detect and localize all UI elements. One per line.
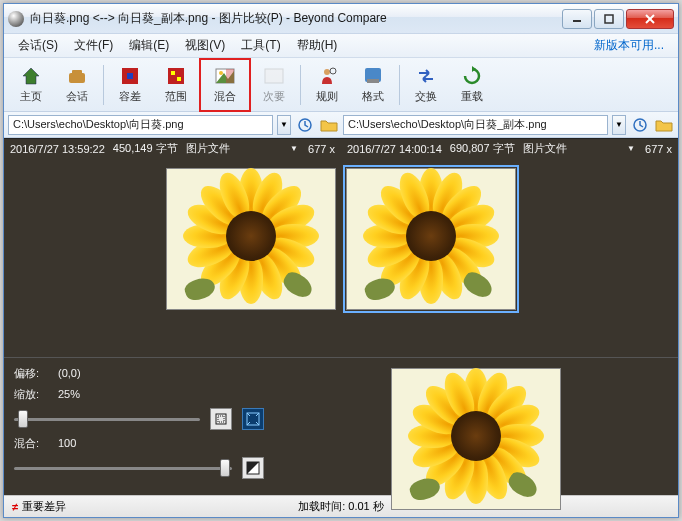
menu-help[interactable]: 帮助(H)	[289, 35, 346, 56]
home-label: 主页	[20, 89, 42, 104]
left-time: 2016/7/27 13:59:22	[10, 143, 105, 155]
invert-button[interactable]	[242, 457, 264, 479]
right-recent-icon[interactable]	[630, 115, 650, 135]
blend-ctrl-label: 混合:	[14, 436, 48, 451]
rules-button[interactable]: 规则	[304, 61, 350, 109]
left-dim: 677 x	[308, 143, 335, 155]
offset-value: (0,0)	[58, 367, 81, 379]
tolerance-button[interactable]: 容差	[107, 61, 153, 109]
diff-icon: ≠	[12, 501, 18, 513]
blend-ctrl-value: 100	[58, 437, 76, 449]
menubar: 会话(S) 文件(F) 编辑(E) 视图(V) 工具(T) 帮助(H) 新版本可…	[4, 34, 678, 58]
fit-button[interactable]	[210, 408, 232, 430]
rules-label: 规则	[316, 89, 338, 104]
svg-rect-8	[127, 73, 133, 79]
unchanged-button[interactable]: 次要	[251, 61, 297, 109]
pathbar: ▼ ▼	[4, 112, 678, 138]
blend-result-image[interactable]	[391, 368, 561, 510]
menu-view[interactable]: 视图(V)	[177, 35, 233, 56]
svg-point-18	[330, 68, 336, 74]
right-time: 2016/7/27 14:00:14	[347, 143, 442, 155]
session-label: 会话	[66, 89, 88, 104]
svg-rect-15	[226, 69, 234, 83]
format-label: 格式	[362, 89, 384, 104]
blend-slider[interactable]	[14, 458, 232, 478]
svg-rect-6	[72, 70, 82, 74]
sunflower-image	[392, 369, 560, 509]
unchanged-label: 次要	[263, 89, 285, 104]
zoom-slider[interactable]	[14, 409, 200, 429]
svg-rect-20	[367, 79, 379, 83]
toolbar: 主页 会话 容差 范围 混合 次要 规则 格式 交换 重载	[4, 58, 678, 112]
titlebar: 向日葵.png <--> 向日葵_副本.png - 图片比较(P) - Beyo…	[4, 4, 678, 34]
svg-rect-11	[177, 77, 181, 81]
left-type-dropdown[interactable]: ▼	[290, 144, 300, 153]
update-link[interactable]: 新版本可用...	[594, 37, 672, 54]
offset-label: 偏移:	[14, 366, 48, 381]
file-stats-row: 2016/7/27 13:59:22 450,149 字节 图片文件 ▼ 677…	[4, 138, 678, 158]
swap-label: 交换	[415, 89, 437, 104]
menu-edit[interactable]: 编辑(E)	[121, 35, 177, 56]
svg-point-17	[324, 69, 330, 75]
zoom-value: 25%	[58, 388, 80, 400]
actual-size-button[interactable]	[242, 408, 264, 430]
statusbar: ≠ 重要差异 加载时间: 0.01 秒	[4, 495, 678, 517]
zoom-label: 缩放:	[14, 387, 48, 402]
right-path-input[interactable]	[343, 115, 608, 135]
left-browse-icon[interactable]	[319, 115, 339, 135]
svg-rect-10	[171, 71, 175, 75]
svg-marker-4	[23, 68, 39, 84]
reload-button[interactable]: 重载	[449, 61, 495, 109]
close-button[interactable]	[626, 9, 674, 29]
svg-rect-25	[218, 416, 224, 422]
right-browse-icon[interactable]	[654, 115, 674, 135]
blend-label: 混合	[214, 89, 236, 104]
right-type-dropdown[interactable]: ▼	[627, 144, 637, 153]
blend-button[interactable]: 混合	[202, 61, 248, 109]
svg-rect-9	[168, 68, 184, 84]
menu-tools[interactable]: 工具(T)	[233, 35, 288, 56]
svg-rect-16	[265, 69, 283, 83]
compare-area: 偏移: (0,0) 缩放: 25% 混合: 100	[4, 158, 678, 495]
left-type: 图片文件	[186, 141, 230, 156]
left-recent-icon[interactable]	[295, 115, 315, 135]
left-image[interactable]	[166, 168, 336, 310]
svg-rect-5	[69, 73, 85, 83]
format-button[interactable]: 格式	[350, 61, 396, 109]
right-dim: 677 x	[645, 143, 672, 155]
home-button[interactable]: 主页	[8, 61, 54, 109]
menu-file[interactable]: 文件(F)	[66, 35, 121, 56]
right-path-dropdown[interactable]: ▼	[612, 115, 626, 135]
maximize-button[interactable]	[594, 9, 624, 29]
sunflower-image	[167, 169, 335, 309]
sunflower-image	[347, 169, 515, 309]
reload-label: 重载	[461, 89, 483, 104]
minimize-button[interactable]	[562, 9, 592, 29]
left-bytes: 450,149 字节	[113, 141, 178, 156]
blend-controls: 偏移: (0,0) 缩放: 25% 混合: 100	[4, 358, 274, 495]
menu-session[interactable]: 会话(S)	[10, 35, 66, 56]
range-label: 范围	[165, 89, 187, 104]
range-button[interactable]: 范围	[153, 61, 199, 109]
session-button[interactable]: 会话	[54, 61, 100, 109]
diff-status: 重要差异	[22, 499, 66, 514]
svg-rect-1	[605, 15, 613, 23]
app-icon	[8, 11, 24, 27]
swap-button[interactable]: 交换	[403, 61, 449, 109]
blend-highlight: 混合	[199, 58, 251, 112]
right-bytes: 690,807 字节	[450, 141, 515, 156]
load-time: 加载时间: 0.01 秒	[298, 499, 384, 514]
left-path-input[interactable]	[8, 115, 273, 135]
window-title: 向日葵.png <--> 向日葵_副本.png - 图片比较(P) - Beyo…	[30, 10, 562, 27]
left-path-dropdown[interactable]: ▼	[277, 115, 291, 135]
right-image[interactable]	[346, 168, 516, 310]
right-type: 图片文件	[523, 141, 567, 156]
tolerance-label: 容差	[119, 89, 141, 104]
svg-point-14	[219, 71, 223, 75]
